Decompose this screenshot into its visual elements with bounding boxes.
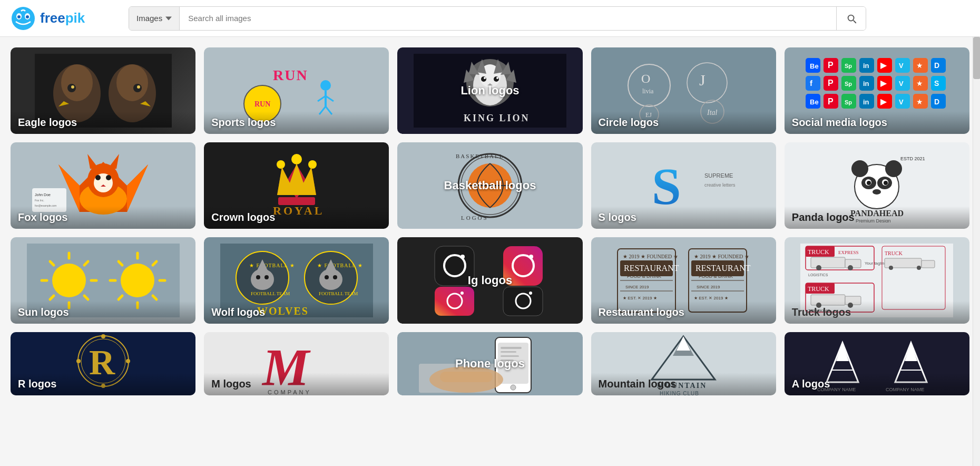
svg-point-108 — [95, 175, 101, 180]
svg-text:V: V — [899, 98, 904, 106]
card-sports-logos[interactable]: RUN RUN Sports logos — [204, 47, 389, 134]
svg-text:creative letters: creative letters — [704, 182, 736, 188]
svg-text:▶: ▶ — [880, 61, 887, 70]
svg-text:in: in — [863, 98, 869, 106]
svg-point-225 — [816, 265, 821, 270]
card-mountain-logos[interactable]: MOUNTAIN HIKING CLUB Mountain logos — [591, 332, 776, 395]
svg-point-122 — [308, 160, 317, 169]
svg-point-152 — [52, 264, 86, 297]
card-lion-logos[interactable]: KING LION Lion logos — [397, 47, 582, 134]
svg-point-241 — [889, 266, 893, 270]
svg-text:S: S — [934, 79, 939, 88]
svg-rect-224 — [845, 259, 861, 268]
svg-text:★ 2019 ★ FOUNDED ★: ★ 2019 ★ FOUNDED ★ — [623, 254, 678, 259]
svg-rect-69 — [806, 76, 820, 91]
svg-text:SUPREME: SUPREME — [704, 172, 733, 179]
svg-point-182 — [325, 275, 329, 279]
scrollbar-thumb[interactable] — [973, 37, 980, 79]
svg-point-248 — [76, 359, 81, 363]
social-logos-label: Social media logos — [785, 111, 969, 134]
svg-point-146 — [867, 181, 871, 185]
card-crown-logos[interactable]: ROYAL Crown logos — [204, 142, 389, 229]
svg-point-226 — [848, 265, 853, 270]
freepik-logo-icon — [11, 6, 36, 31]
card-truck-logos[interactable]: TRUCK EXPRESS Your tagline here LOGISTIC… — [785, 237, 969, 324]
scrollbar[interactable] — [973, 0, 980, 466]
search-type-dropdown[interactable]: Images — [129, 7, 180, 30]
svg-point-141 — [885, 160, 902, 177]
card-r-logos[interactable]: R R logos — [11, 332, 195, 395]
svg-text:★ EST. ✕ 2019 ★: ★ EST. ✕ 2019 ★ — [623, 296, 657, 300]
svg-text:P: P — [828, 61, 834, 70]
svg-text:Be: Be — [810, 62, 819, 70]
card-s-logos[interactable]: S SUPREME creative letters S logos — [591, 142, 776, 229]
svg-point-175 — [256, 275, 260, 279]
svg-text:EXPRESS: EXPRESS — [838, 250, 859, 255]
svg-point-249 — [126, 359, 130, 363]
svg-text:Sp: Sp — [845, 63, 852, 69]
svg-text:P: P — [828, 97, 834, 106]
card-social-logos[interactable]: Be P Sp in ▶ V ★ D f — [785, 47, 969, 134]
svg-point-4 — [26, 15, 29, 18]
svg-point-183 — [333, 275, 337, 279]
svg-point-121 — [291, 154, 302, 164]
card-panda-logos[interactable]: ESTD 2021 PANDAHEAD — [785, 142, 969, 229]
search-button[interactable] — [836, 7, 866, 30]
search-input[interactable] — [180, 7, 836, 30]
panda-logos-label: Panda logos — [785, 206, 969, 229]
card-sun-logos[interactable]: Sun logos — [11, 237, 195, 324]
logo[interactable]: freepik — [11, 6, 116, 31]
card-a-logos[interactable]: COMPANY NAME COMPANY NAME A logos — [785, 332, 969, 395]
phone-logos-label: Phone logos — [397, 332, 582, 395]
chevron-down-icon — [165, 15, 172, 22]
m-logos-label: M logos — [204, 373, 389, 395]
svg-point-161 — [121, 264, 154, 297]
card-ig-logos[interactable]: Ig logos — [397, 237, 582, 324]
svg-text:in: in — [863, 62, 869, 70]
lion-logos-label: Lion logos — [397, 47, 582, 134]
svg-text:★ EST. ✕ 2019 ★: ★ EST. ✕ 2019 ★ — [694, 296, 728, 300]
svg-text:SINCE 2019: SINCE 2019 — [625, 285, 649, 289]
circle-logos-label: Circle logos — [591, 111, 776, 134]
r-logos-label: R logos — [11, 373, 195, 395]
sun-logos-label: Sun logos — [11, 301, 195, 324]
card-circle-logos[interactable]: O livia J EJ Ital Circle logos — [591, 47, 776, 134]
card-restaurant-logos[interactable]: ★ 2019 ★ FOUNDED ★ RESTAURANT FOOD & DRI… — [591, 237, 776, 324]
svg-text:TRUCK: TRUCK — [808, 285, 829, 293]
svg-point-246 — [101, 334, 105, 338]
card-fox-logos[interactable]: John Doe Fox Inc. fox@example.com Fox lo… — [11, 142, 195, 229]
svg-text:FOOD & DRINK: FOOD & DRINK — [627, 274, 661, 279]
svg-point-181 — [319, 269, 342, 290]
svg-point-109 — [106, 175, 111, 180]
svg-point-12 — [116, 64, 148, 101]
svg-text:Sp: Sp — [845, 81, 852, 87]
svg-text:Be: Be — [810, 98, 819, 106]
card-m-logos[interactable]: M COMPANY M logos — [204, 332, 389, 395]
svg-text:RESTAURANT: RESTAURANT — [695, 264, 751, 273]
svg-text:P: P — [828, 79, 834, 88]
svg-text:TRUCK: TRUCK — [808, 248, 829, 256]
card-basketball-logos[interactable]: BASKETBALL LOGOS Basketball logos — [397, 142, 582, 229]
ig-logos-label: Ig logos — [397, 237, 582, 324]
logo-text: freepik — [40, 10, 85, 26]
grid-row-4: R R logos M COMPANY M logos — [11, 332, 969, 395]
svg-text:Sp: Sp — [845, 99, 852, 105]
svg-text:★: ★ — [916, 98, 923, 106]
svg-text:RUN: RUN — [273, 67, 308, 83]
svg-text:RUN: RUN — [254, 100, 270, 108]
svg-text:in: in — [863, 80, 869, 88]
svg-text:FOOTBALL TEAM: FOOTBALL TEAM — [319, 291, 358, 296]
card-eagle-logos[interactable]: Eagle logos — [11, 47, 195, 134]
svg-point-174 — [251, 269, 274, 290]
crown-logos-label: Crown logos — [204, 206, 389, 229]
fox-logos-label: Fox logos — [11, 206, 195, 229]
truck-logos-label: Truck logos — [785, 301, 969, 324]
s-logos-label: S logos — [591, 206, 776, 229]
restaurant-logos-label: Restaurant logos — [591, 301, 776, 324]
svg-text:O: O — [641, 72, 650, 85]
main-content: Eagle logos RUN RUN — [0, 37, 980, 406]
card-phone-logos[interactable]: Phone logos — [397, 332, 582, 395]
svg-text:★ FOOTBALL ★: ★ FOOTBALL ★ — [317, 263, 363, 268]
card-wolf-logos[interactable]: ★ FOOTBALL ★ FOOTBALL TEAM ★ FOOTBALL ★ … — [204, 237, 389, 324]
mountain-logos-label: Mountain logos — [591, 373, 776, 395]
